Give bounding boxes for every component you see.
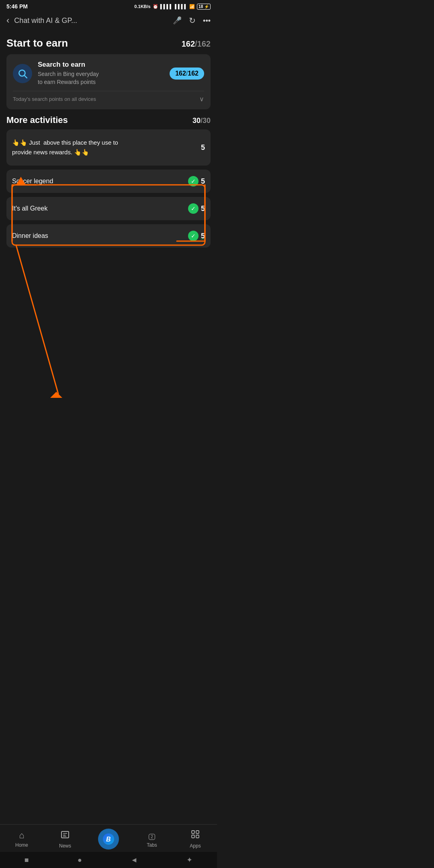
activity-reward-3: ✓ 5 bbox=[188, 231, 205, 241]
svg-marker-5 bbox=[50, 392, 62, 398]
search-earn-text: Search to earn Search in Bing everydayto… bbox=[38, 61, 99, 86]
wifi-icon: 📶 bbox=[189, 4, 195, 9]
search-card-footer[interactable]: Today's search points on all devices ∨ bbox=[13, 91, 204, 103]
alarm-icon: ⏰ bbox=[153, 4, 158, 9]
network-speed: 0.1KB/s bbox=[134, 4, 150, 9]
footer-text: Today's search points on all devices bbox=[13, 96, 96, 102]
search-to-earn-card[interactable]: Search to earn Search in Bing everydayto… bbox=[6, 54, 211, 109]
activity-text-1: Soccer legend bbox=[12, 176, 188, 186]
more-activities-count: 30/30 bbox=[192, 117, 211, 125]
nav-icons: 🎤 ↻ ••• bbox=[173, 16, 211, 25]
search-icon bbox=[17, 68, 28, 79]
activity-text-0: 👆👆 Just above this place they use toprov… bbox=[12, 138, 201, 157]
check-icon-1: ✓ bbox=[188, 176, 199, 186]
main-content: Start to earn 162/162 Search to earn Sea… bbox=[0, 31, 217, 292]
status-time: 5:46 PM bbox=[6, 3, 28, 10]
more-activities-title: More activities bbox=[6, 115, 68, 125]
activity-card-1[interactable]: Soccer legend ✓ 5 bbox=[6, 170, 211, 193]
search-earn-content: Search to earn Search in Bing everydayto… bbox=[13, 61, 204, 86]
nav-title: Chat with AI & GP... bbox=[14, 16, 168, 25]
search-card-subtitle: Search in Bing everydayto earn Rewards p… bbox=[38, 70, 99, 86]
activity-text-2: It's all Greek bbox=[12, 204, 188, 213]
svg-line-1 bbox=[25, 75, 27, 78]
battery-indicator: 18 ⚡ bbox=[197, 4, 211, 10]
start-to-earn-header: Start to earn 162/162 bbox=[6, 37, 211, 49]
activity-reward-2: ✓ 5 bbox=[188, 203, 205, 214]
activity-text-3: Dinner ideas bbox=[12, 231, 188, 241]
nav-bar: ‹ Chat with AI & GP... 🎤 ↻ ••• bbox=[0, 11, 217, 31]
activity-reward-1: ✓ 5 bbox=[188, 176, 205, 186]
activity-card-2[interactable]: It's all Greek ✓ 5 bbox=[6, 197, 211, 220]
chevron-down-icon[interactable]: ∨ bbox=[199, 95, 204, 103]
signal2-icon: ▌▌▌▌ bbox=[175, 4, 187, 9]
earn-badge: 162/162 bbox=[170, 68, 204, 80]
mic-icon[interactable]: 🎤 bbox=[173, 16, 182, 25]
activity-card-3[interactable]: Dinner ideas ✓ 5 bbox=[6, 224, 211, 248]
activity-reward-0: 5 bbox=[201, 143, 205, 152]
section-title-earn: Start to earn bbox=[6, 37, 68, 49]
check-icon-3: ✓ bbox=[188, 231, 199, 241]
activity-card-0[interactable]: 👆👆 Just above this place they use toprov… bbox=[6, 129, 211, 166]
status-bar: 5:46 PM 0.1KB/s ⏰ ▌▌▌▌ ▌▌▌▌ 📶 18 ⚡ bbox=[0, 0, 217, 11]
earn-count: 162/162 bbox=[182, 39, 211, 49]
search-card-title: Search to earn bbox=[38, 61, 99, 69]
refresh-icon[interactable]: ↻ bbox=[189, 16, 196, 25]
more-activities-header: More activities 30/30 bbox=[6, 115, 211, 125]
back-button[interactable]: ‹ bbox=[6, 15, 9, 26]
more-options-icon[interactable]: ••• bbox=[203, 16, 211, 25]
search-icon-circle bbox=[13, 64, 32, 83]
signal-icon: ▌▌▌▌ bbox=[160, 4, 173, 9]
check-icon-2: ✓ bbox=[188, 203, 199, 214]
status-right: 0.1KB/s ⏰ ▌▌▌▌ ▌▌▌▌ 📶 18 ⚡ bbox=[134, 4, 211, 10]
